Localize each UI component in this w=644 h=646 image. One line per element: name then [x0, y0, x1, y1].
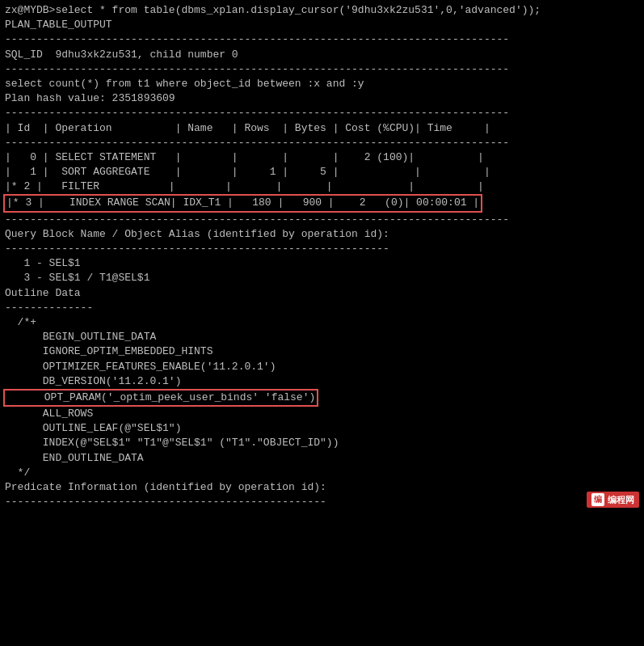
terminal-line-outline_open: /*+ — [5, 315, 639, 330]
terminal-line-outline1: BEGIN_OUTLINE_DATA — [5, 330, 639, 344]
terminal-line-outline_label: Outline Data — [5, 286, 639, 301]
terminal-line-sep3: ----------------------------------------… — [5, 106, 639, 120]
terminal-line-outline5: OPT_PARAM('_optim_peek_user_binds' 'fals… — [5, 389, 639, 407]
watermark-label: 编程网 — [608, 494, 634, 506]
terminal-line-row3: |* 3 | INDEX RANGE SCAN| IDX_T1 | 180 | … — [5, 194, 639, 212]
terminal-line-plan_output_label: PLAN_TABLE_OUTPUT — [5, 18, 639, 32]
terminal-line-outline9: END_OUTLINE_DATA — [5, 451, 639, 466]
terminal-line-outline7: OUTLINE_LEAF(@"SEL$1") — [5, 421, 639, 436]
terminal-line-row0: | 0 | SELECT STATEMENT | | | | 2 (100)| … — [5, 150, 639, 165]
terminal-line-sep7: -------------- — [5, 301, 639, 315]
terminal-line-sep5: ----------------------------------------… — [5, 213, 639, 227]
terminal-line-sep6: ----------------------------------------… — [5, 242, 639, 256]
terminal-window: zx@MYDB>select * from table(dbms_xplan.d… — [0, 0, 644, 513]
terminal-line-outline6: ALL_ROWS — [5, 407, 639, 421]
terminal-line-sep1: ----------------------------------------… — [5, 32, 639, 47]
watermark: 编 编程网 — [587, 492, 639, 508]
terminal-line-alias2: 3 - SEL$1 / T1@SEL$1 — [5, 271, 639, 285]
terminal-line-qb_label: Query Block Name / Object Alias (identif… — [5, 227, 639, 242]
terminal-line-pred_label: Predicate Information (identified by ope… — [5, 480, 639, 495]
terminal-line-outline3: OPTIMIZER_FEATURES_ENABLE('11.2.0.1') — [5, 360, 639, 374]
terminal-line-row1: | 1 | SORT AGGREGATE | | 1 | 5 | | | — [5, 165, 639, 179]
terminal-line-outline_close: */ — [5, 466, 639, 480]
terminal-line-outline2: IGNORE_OPTIM_EMBEDDED_HINTS — [5, 344, 639, 359]
terminal-line-alias1: 1 - SEL$1 — [5, 256, 639, 271]
terminal-line-sep2: ----------------------------------------… — [5, 62, 639, 77]
terminal-line-select_stmt: select count(*) from t1 where object_id … — [5, 77, 639, 91]
terminal-line-outline4: DB_VERSION('11.2.0.1') — [5, 374, 639, 389]
terminal-line-outline8: INDEX(@"SEL$1" "T1"@"SEL$1" ("T1"."OBJEC… — [5, 436, 639, 450]
terminal-line-sql_id: SQL_ID 9dhu3xk2zu531, child number 0 — [5, 48, 639, 62]
highlighted-content-row3: |* 3 | INDEX RANGE SCAN| IDX_T1 | 180 | … — [3, 194, 482, 212]
terminal-line-col_header: | Id | Operation | Name | Rows | Bytes |… — [5, 121, 639, 136]
watermark-icon: 编 — [591, 493, 604, 506]
terminal-line-row2: |* 2 | FILTER | | | | | | — [5, 179, 639, 194]
terminal-line-cmd: zx@MYDB>select * from table(dbms_xplan.d… — [5, 3, 639, 18]
terminal-line-sep4: ----------------------------------------… — [5, 136, 639, 150]
highlighted-content-outline5: OPT_PARAM('_optim_peek_user_binds' 'fals… — [3, 389, 318, 407]
terminal-line-sep8: ----------------------------------------… — [5, 495, 639, 509]
terminal-line-plan_hash: Plan hash value: 2351893609 — [5, 91, 639, 106]
